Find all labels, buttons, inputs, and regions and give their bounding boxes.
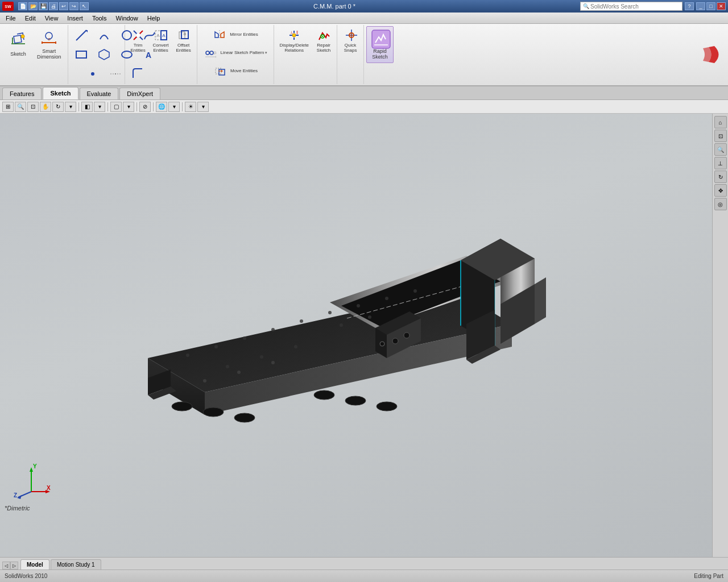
nav-right-btn[interactable]: ▷ <box>10 562 18 569</box>
pan-btn[interactable]: ✋ <box>40 102 51 112</box>
svg-marker-108 <box>17 495 22 499</box>
svg-point-96 <box>377 402 397 411</box>
offset-entities-btn[interactable]: o OffsetEntities <box>173 26 195 56</box>
tab-dimxpert[interactable]: DimXpert <box>119 88 160 99</box>
display-delete-relations-label: Display/DeleteRelations <box>279 43 309 53</box>
help-btn[interactable]: ? <box>685 2 694 10</box>
rp-rotate-btn[interactable]: ↻ <box>714 171 727 183</box>
svg-text:Z: Z <box>14 492 17 498</box>
rect-btn[interactable] <box>71 45 92 64</box>
trim-entities-icon <box>131 28 145 42</box>
menu-help[interactable]: Help <box>143 14 165 23</box>
svg-text:⊥: ⊥ <box>290 31 293 34</box>
linear-sketch-pattern-btn[interactable]: Linear Sketch Pattern ▾ <box>200 44 272 61</box>
main-canvas[interactable]: Y X Z *Dimetric <box>0 114 712 557</box>
trim-entities-btn[interactable]: TrimEntities <box>127 26 149 56</box>
svg-point-76 <box>294 345 297 348</box>
redo-btn[interactable]: ↪ <box>69 2 78 10</box>
sec-divider1 <box>78 102 79 111</box>
svg-point-75 <box>260 355 263 359</box>
close-btn[interactable]: ✕ <box>717 2 726 10</box>
rp-normal-btn[interactable]: ⊥ <box>714 157 727 169</box>
section-view-btn[interactable]: ⊘ <box>139 102 151 112</box>
point-btn[interactable] <box>82 65 104 83</box>
appearance-dropdown[interactable]: ▾ <box>168 102 180 112</box>
tab-features[interactable]: Features <box>2 88 42 99</box>
rp-pointer-btn[interactable]: ◎ <box>714 198 727 210</box>
print-btn[interactable]: 🖨 <box>49 2 58 10</box>
titlebar-controls: _ □ ✕ <box>696 2 726 10</box>
rp-pan-btn[interactable]: ✥ <box>714 184 727 197</box>
view-dropdown[interactable]: ▾ <box>123 102 134 112</box>
rapid-sketch-icon <box>371 29 389 47</box>
centerline-btn[interactable] <box>105 65 126 83</box>
btab-model[interactable]: Model <box>20 559 49 569</box>
svg-point-32 <box>214 52 216 54</box>
display-style-dropdown[interactable]: ▾ <box>94 102 105 112</box>
zoom-to-fit-btn[interactable]: ⊞ <box>2 102 14 112</box>
svg-point-83 <box>340 323 343 327</box>
quick-snaps-btn[interactable]: QuickSnaps <box>340 26 361 56</box>
viewport: Y X Z *Dimetric ⌂ ⊡ 🔍 ⊥ <box>0 114 728 557</box>
linear-pattern-dropdown-arrow[interactable]: ▾ <box>265 51 267 55</box>
repair-sketch-btn[interactable]: RepairSketch <box>313 26 334 56</box>
sketch-section: Sketch ⌀ SmartDimension <box>2 25 68 84</box>
move-entities-btn[interactable]: Move Entities <box>200 63 272 80</box>
photo-dropdown[interactable]: ▾ <box>197 102 209 112</box>
undo-btn[interactable]: ↩ <box>59 2 68 10</box>
svg-rect-0 <box>11 43 25 44</box>
mirror-entities-btn[interactable]: Mirror Entities <box>200 26 272 43</box>
sec-divider5 <box>182 102 183 111</box>
menu-view[interactable]: View <box>40 14 63 23</box>
view-options-btn[interactable]: ▾ <box>65 102 76 112</box>
display-style-btn[interactable]: ◧ <box>81 102 93 112</box>
rp-zoom-fit-btn[interactable]: ⊡ <box>714 130 727 142</box>
view-front-btn[interactable]: ▢ <box>110 102 122 112</box>
display-delete-relations-btn[interactable]: ⊥ ‖ Display/DeleteRelations <box>276 26 312 56</box>
tab-evaluate[interactable]: Evaluate <box>80 88 119 99</box>
menu-edit[interactable]: Edit <box>20 14 40 23</box>
menu-tools[interactable]: Tools <box>88 14 111 23</box>
rp-zoom-sel-btn[interactable]: 🔍 <box>714 143 727 156</box>
sketch-btn[interactable]: Sketch <box>5 29 32 60</box>
rapid-sketch-btn[interactable]: RapidSketch <box>366 26 394 63</box>
sketch-row: Sketch ⌀ SmartDimension <box>5 26 65 63</box>
search-input[interactable] <box>590 3 676 10</box>
quick-snaps-icon <box>344 28 357 42</box>
menu-file[interactable]: File <box>1 14 20 23</box>
zoom-in-btn[interactable]: 🔍 <box>15 102 26 112</box>
save-btn[interactable]: 💾 <box>39 2 48 10</box>
svg-rect-21 <box>136 34 140 37</box>
convert-entities-btn[interactable]: A A ConvertEntities <box>150 26 172 56</box>
menu-insert[interactable]: Insert <box>63 14 88 23</box>
line-btn[interactable] <box>71 26 92 44</box>
arc-btn[interactable] <box>93 26 115 44</box>
search-bar[interactable]: 🔍 <box>580 2 682 11</box>
select-btn[interactable]: ↖ <box>80 2 89 10</box>
svg-rect-36 <box>219 69 225 75</box>
svg-point-74 <box>226 365 229 368</box>
rp-home-btn[interactable]: ⌂ <box>714 116 727 128</box>
svg-point-51 <box>351 35 353 36</box>
menu-window[interactable]: Window <box>111 14 143 23</box>
sec-divider3 <box>136 102 137 111</box>
polygon-btn[interactable] <box>93 45 115 64</box>
new-btn[interactable]: 📄 <box>18 2 27 10</box>
photo-btn[interactable]: ☀ <box>185 102 196 112</box>
bottom-tabs: ◁ ▷ Model Motion Study 1 <box>0 557 728 569</box>
maximize-btn[interactable]: □ <box>706 2 715 10</box>
appearance-btn[interactable]: 🌐 <box>156 102 167 112</box>
rect-icon <box>75 48 88 61</box>
nav-left-btn[interactable]: ◁ <box>2 562 10 569</box>
window-title: C.M.M. part 0 * <box>89 3 580 10</box>
tab-sketch[interactable]: Sketch <box>43 87 78 99</box>
svg-point-68 <box>214 345 218 348</box>
open-btn[interactable]: 📂 <box>28 2 38 10</box>
btab-motion-study[interactable]: Motion Study 1 <box>51 559 101 569</box>
svg-point-70 <box>271 328 275 331</box>
nav-controls: ◁ ▷ <box>2 562 18 569</box>
minimize-btn[interactable]: _ <box>696 2 705 10</box>
rotate-btn[interactable]: ↻ <box>52 102 64 112</box>
smart-dimension-btn[interactable]: ⌀ SmartDimension <box>33 26 65 63</box>
zoom-area-btn[interactable]: ⊡ <box>27 102 39 112</box>
